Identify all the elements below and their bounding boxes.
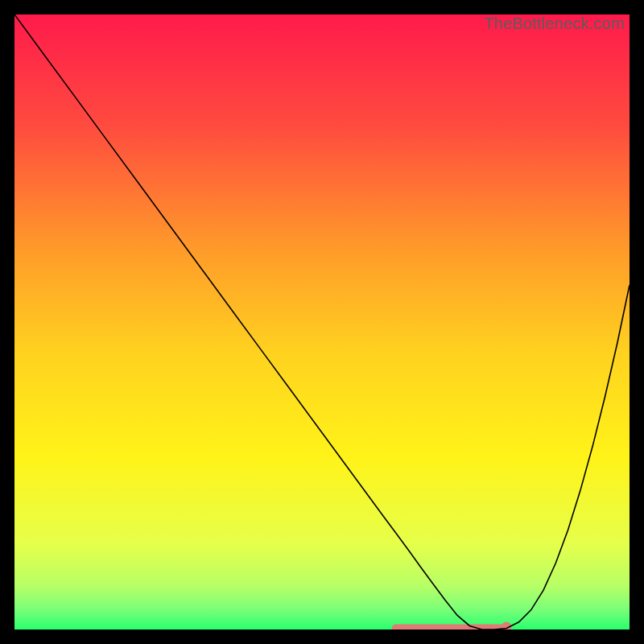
chart-frame: TheBottleneck.com	[14, 14, 630, 630]
bottleneck-chart	[14, 14, 630, 630]
watermark-text: TheBottleneck.com	[484, 14, 625, 33]
gradient-background	[14, 14, 630, 630]
